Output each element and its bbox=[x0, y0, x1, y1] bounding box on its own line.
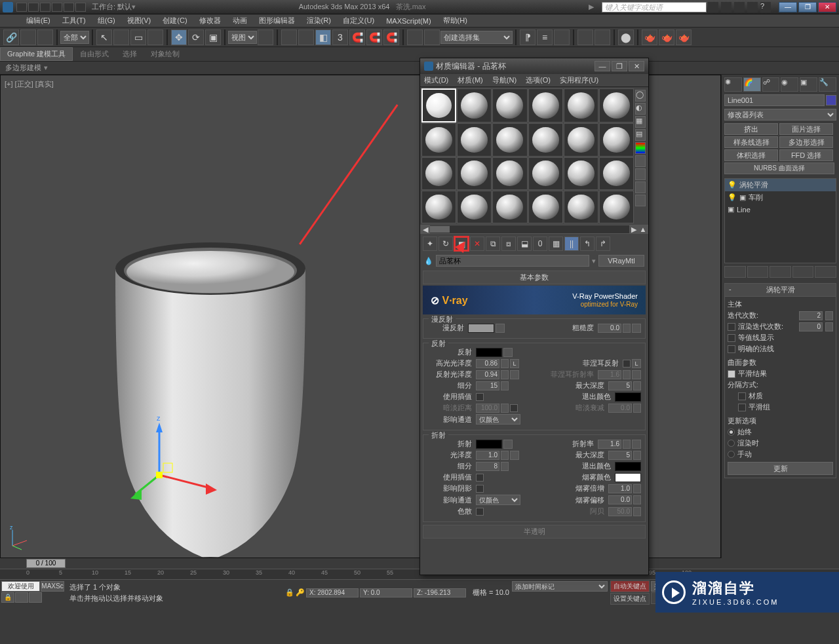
bind-tool-icon[interactable] bbox=[37, 29, 53, 45]
mat-menu-nav[interactable]: 导航(N) bbox=[492, 75, 517, 85]
mat-menu-util[interactable]: 实用程序(U) bbox=[560, 75, 598, 85]
sample-slot[interactable] bbox=[599, 191, 634, 223]
mod-btn-vol[interactable]: 体积选择 bbox=[724, 149, 778, 161]
lock-icon[interactable]: 🔒 bbox=[1, 592, 14, 603]
sample-uv-icon[interactable]: ▤ bbox=[635, 129, 646, 141]
make-copy-icon[interactable]: ⧉ bbox=[486, 237, 500, 251]
poly-model-dropdown[interactable]: 多边形建模 bbox=[5, 63, 41, 73]
render-iter-check[interactable] bbox=[728, 323, 735, 331]
menu-group[interactable]: 组(G) bbox=[98, 16, 115, 26]
mtl-map-browser-icon[interactable] bbox=[635, 195, 646, 206]
scale-tool-icon[interactable]: ▣ bbox=[205, 29, 221, 45]
selection-filter-select[interactable]: 全部 bbox=[60, 31, 89, 44]
refl-exit-swatch[interactable] bbox=[615, 392, 641, 402]
isoline-check[interactable] bbox=[728, 334, 735, 342]
mat-id-icon[interactable]: 0 bbox=[533, 237, 547, 251]
save-icon[interactable] bbox=[40, 3, 50, 12]
refr-maxdepth-spinner[interactable]: 5 bbox=[608, 451, 632, 460]
welcome-button[interactable]: 欢迎使用 bbox=[1, 581, 40, 592]
sample-slot[interactable] bbox=[564, 123, 598, 156]
menu-modifiers[interactable]: 修改器 bbox=[199, 16, 221, 26]
help-search-input[interactable]: 键入关键字或短语 bbox=[602, 2, 707, 12]
smooth-result-check[interactable]: ✓ bbox=[728, 370, 735, 378]
menu-render[interactable]: 渲染(R) bbox=[307, 16, 331, 26]
sample-slot[interactable] bbox=[528, 88, 563, 123]
coord-y[interactable]: Y: 0.0 bbox=[360, 588, 412, 597]
material-name-input[interactable] bbox=[436, 255, 589, 267]
sample-slot[interactable] bbox=[564, 157, 598, 190]
sample-slot[interactable] bbox=[457, 123, 492, 156]
sample-slot[interactable] bbox=[421, 123, 456, 156]
roughness-map-button[interactable] bbox=[632, 324, 641, 333]
move-tool-icon[interactable]: ✥ bbox=[171, 29, 187, 45]
menu-graph[interactable]: 图形编辑器 bbox=[259, 16, 295, 26]
sample-slot[interactable] bbox=[421, 191, 456, 223]
stack-show-icon[interactable] bbox=[747, 266, 769, 278]
roughness-spinner[interactable]: 0.0 bbox=[598, 324, 621, 333]
add-key-icon[interactable]: 🔑 bbox=[296, 588, 305, 597]
help-icon[interactable] bbox=[708, 2, 718, 12]
refract-color-swatch[interactable] bbox=[476, 440, 502, 449]
mat-min-button[interactable]: — bbox=[595, 61, 610, 71]
percent-snap-icon[interactable]: 🧲 bbox=[349, 29, 365, 45]
time-slider-thumb[interactable]: 0 / 100 bbox=[26, 559, 66, 568]
sample-slot[interactable] bbox=[599, 123, 634, 156]
curve-editor-icon[interactable] bbox=[577, 29, 593, 45]
sample-slot[interactable] bbox=[564, 88, 598, 123]
menu-create[interactable]: 创建(C) bbox=[163, 16, 187, 26]
modify-tab-icon[interactable]: 🌈 bbox=[743, 77, 761, 92]
snap4-icon[interactable]: 🧲 bbox=[383, 29, 399, 45]
fresnel-check[interactable] bbox=[623, 360, 631, 368]
fog-mult-spinner[interactable]: 1.0 bbox=[608, 484, 632, 493]
modifier-stack[interactable]: 💡涡轮平滑 💡▣车削 ▣Line bbox=[724, 178, 836, 263]
pivot-icon[interactable] bbox=[258, 29, 273, 45]
make-preview-icon[interactable] bbox=[635, 155, 646, 167]
motion-tab-icon[interactable]: ◉ bbox=[781, 77, 798, 92]
unlink-tool-icon[interactable] bbox=[20, 29, 36, 45]
menu-tools[interactable]: 工具(T) bbox=[62, 16, 86, 26]
angle-snap-icon[interactable]: 3 bbox=[332, 29, 348, 45]
named-sel-manage-icon[interactable] bbox=[424, 29, 440, 45]
named-sel-edit-icon[interactable] bbox=[407, 29, 423, 45]
by-mat-check[interactable] bbox=[738, 392, 746, 400]
redo-icon[interactable] bbox=[64, 3, 74, 12]
video-color-icon[interactable] bbox=[635, 142, 646, 154]
select-by-mat-icon[interactable] bbox=[635, 181, 646, 193]
menu-customize[interactable]: 自定义(U) bbox=[343, 16, 374, 26]
sample-slot[interactable] bbox=[492, 88, 527, 123]
update-always-radio[interactable] bbox=[728, 428, 735, 436]
spinner-snap-icon[interactable]: 🧲 bbox=[366, 29, 382, 45]
normals-check[interactable] bbox=[728, 345, 735, 353]
by-smooth-check[interactable] bbox=[738, 404, 746, 411]
mat-close-button[interactable]: ✕ bbox=[629, 61, 644, 71]
menu-help[interactable]: 帮助(H) bbox=[443, 16, 467, 26]
refl-maxdepth-spinner[interactable]: 5 bbox=[608, 381, 632, 390]
help-sub-icon[interactable] bbox=[721, 2, 732, 12]
refl-interp-check[interactable] bbox=[476, 393, 484, 401]
mod-btn-extrude[interactable]: 挤出 bbox=[724, 123, 778, 135]
select-window-icon[interactable] bbox=[147, 29, 163, 45]
rollout-turbosmooth-title[interactable]: 涡轮平滑 bbox=[724, 283, 836, 297]
keyboard-icon[interactable] bbox=[298, 29, 314, 45]
go-parent-icon[interactable]: ↰ bbox=[580, 237, 595, 251]
menu-maxscript[interactable]: MAXScript(M) bbox=[386, 17, 431, 25]
mod-btn-nurbs[interactable]: NURBS 曲面选择 bbox=[724, 162, 834, 174]
refr-interp-check[interactable] bbox=[476, 474, 484, 482]
dim-dist-check[interactable] bbox=[510, 404, 518, 412]
open-icon[interactable] bbox=[28, 3, 39, 12]
reflect-color-swatch[interactable] bbox=[476, 348, 502, 357]
sample-slot[interactable] bbox=[457, 157, 492, 190]
sample-slot[interactable] bbox=[564, 191, 598, 223]
mod-btn-spline[interactable]: 样条线选择 bbox=[724, 136, 778, 148]
rendered-frame-icon[interactable]: 🫖 bbox=[659, 29, 674, 45]
ior-spinner[interactable]: 1.6 bbox=[598, 440, 621, 449]
sample-slot[interactable] bbox=[492, 123, 527, 156]
sample-slot[interactable] bbox=[492, 191, 527, 223]
update-button[interactable]: 更新 bbox=[728, 462, 833, 475]
iso-icon[interactable] bbox=[29, 592, 42, 603]
refr-subdiv-spinner[interactable]: 8 bbox=[476, 462, 499, 471]
set-key-button[interactable]: 设置关键点 bbox=[610, 593, 650, 605]
rotate-tool-icon[interactable]: ⟳ bbox=[188, 29, 204, 45]
background-icon[interactable]: ▦ bbox=[635, 116, 646, 128]
sample-scrollbar[interactable]: ◀▶▲ bbox=[420, 225, 648, 234]
